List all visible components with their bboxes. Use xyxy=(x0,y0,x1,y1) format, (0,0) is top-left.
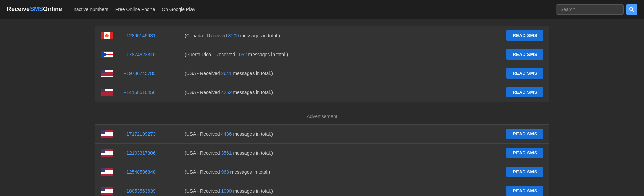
flag-cell xyxy=(95,181,119,196)
message-count: 963 xyxy=(221,169,229,175)
read-sms-button[interactable]: READ SMS xyxy=(506,87,543,97)
phone-number[interactable]: +17874823810 xyxy=(118,45,179,64)
search-icon xyxy=(629,7,635,12)
site-logo[interactable]: ReceiveSMSOnline xyxy=(7,6,62,13)
flag-cell xyxy=(95,45,119,64)
advertisement-label: Advertisement xyxy=(95,109,549,124)
read-sms-button[interactable]: READ SMS xyxy=(506,129,543,139)
flag-cell xyxy=(95,144,119,162)
action-cell: READ SMS xyxy=(495,64,549,83)
action-cell: READ SMS xyxy=(495,162,549,181)
main-content: 🍁+12895145931(Canada - Received 3209 mes… xyxy=(0,19,644,196)
nav-links: Inactive numbers Free Online Phone On Go… xyxy=(72,7,556,12)
read-sms-button[interactable]: READ SMS xyxy=(506,30,543,41)
svg-line-1 xyxy=(632,10,634,12)
flag-usa-icon xyxy=(101,168,113,176)
table-row: +17874823810(Puerto Rico - Received 1052… xyxy=(95,45,549,64)
phone-number[interactable]: +12895145931 xyxy=(118,26,179,45)
message-count: 3561 xyxy=(221,150,232,156)
action-cell: READ SMS xyxy=(495,45,549,64)
info-cell: (Canada - Received 3209 messages in tota… xyxy=(179,26,495,45)
nav-free-online-phone[interactable]: Free Online Phone xyxy=(115,7,155,12)
search-button[interactable] xyxy=(626,4,637,15)
phone-number[interactable]: +12548596840 xyxy=(118,162,179,181)
read-sms-button[interactable]: READ SMS xyxy=(506,148,543,158)
svg-point-0 xyxy=(630,7,633,10)
action-cell: READ SMS xyxy=(495,181,549,196)
table-row: +12548596840(USA - Received 963 messages… xyxy=(95,162,549,181)
search-container xyxy=(556,4,637,15)
flag-usa-icon xyxy=(101,149,113,157)
table-row: +17172199273(USA - Received 4436 message… xyxy=(95,125,549,144)
table-row: +19786745785(USA - Received 2641 message… xyxy=(95,64,549,83)
table-row: 🍁+12895145931(Canada - Received 3209 mes… xyxy=(95,26,549,45)
navbar: ReceiveSMSOnline Inactive numbers Free O… xyxy=(0,0,644,19)
action-cell: READ SMS xyxy=(495,144,549,162)
info-cell: (USA - Received 4252 messages in total.) xyxy=(179,83,495,102)
flag-cell: 🍁 xyxy=(95,26,119,45)
info-cell: (USA - Received 2641 messages in total.) xyxy=(179,64,495,83)
flag-usa-icon xyxy=(101,89,113,96)
phone-number[interactable]: +19786745785 xyxy=(118,64,179,83)
flag-canada-icon: 🍁 xyxy=(101,32,113,39)
flag-pr-icon xyxy=(101,51,113,58)
action-cell: READ SMS xyxy=(495,26,549,45)
search-input[interactable] xyxy=(556,4,624,15)
message-count: 4252 xyxy=(221,90,232,95)
phone-table-2: +17172199273(USA - Received 4436 message… xyxy=(95,124,549,196)
brand-sms: SMS xyxy=(30,6,43,13)
flag-usa-icon xyxy=(101,130,113,138)
flag-cell xyxy=(95,162,119,181)
info-cell: (USA - Received 963 messages in total.) xyxy=(179,162,495,181)
info-cell: (USA - Received 4436 messages in total.) xyxy=(179,125,495,144)
action-cell: READ SMS xyxy=(495,83,549,102)
nav-google-play[interactable]: On Google Play xyxy=(162,7,195,12)
brand-receive: Receive xyxy=(7,6,30,13)
message-count: 4436 xyxy=(221,131,232,137)
table-row: +18053563639(USA - Received 1090 message… xyxy=(95,181,549,196)
flag-usa-icon xyxy=(101,70,113,77)
flag-usa-icon xyxy=(101,187,113,195)
read-sms-button[interactable]: READ SMS xyxy=(506,49,543,60)
read-sms-button[interactable]: READ SMS xyxy=(506,186,543,196)
nav-inactive-numbers[interactable]: Inactive numbers xyxy=(72,7,108,12)
phone-number[interactable]: +12103317306 xyxy=(118,144,179,162)
flag-cell xyxy=(95,83,119,102)
read-sms-button[interactable]: READ SMS xyxy=(506,167,543,177)
table-row: +14158510456(USA - Received 4252 message… xyxy=(95,83,549,102)
read-sms-button[interactable]: READ SMS xyxy=(506,68,543,79)
action-cell: READ SMS xyxy=(495,125,549,144)
info-cell: (Puerto Rico - Received 1052 messages in… xyxy=(179,45,495,64)
brand-online: Online xyxy=(43,6,62,13)
message-count: 3209 xyxy=(228,33,239,38)
message-count: 1090 xyxy=(221,188,232,194)
phone-number[interactable]: +18053563639 xyxy=(118,181,179,196)
phone-number[interactable]: +17172199273 xyxy=(118,125,179,144)
phone-number[interactable]: +14158510456 xyxy=(118,83,179,102)
message-count: 2641 xyxy=(221,71,232,76)
flag-cell xyxy=(95,64,119,83)
table-row: +12103317306(USA - Received 3561 message… xyxy=(95,144,549,162)
info-cell: (USA - Received 1090 messages in total.) xyxy=(179,181,495,196)
flag-cell xyxy=(95,125,119,144)
message-count: 1052 xyxy=(237,52,247,57)
info-cell: (USA - Received 3561 messages in total.) xyxy=(179,144,495,162)
phone-table-1: 🍁+12895145931(Canada - Received 3209 mes… xyxy=(95,26,549,102)
